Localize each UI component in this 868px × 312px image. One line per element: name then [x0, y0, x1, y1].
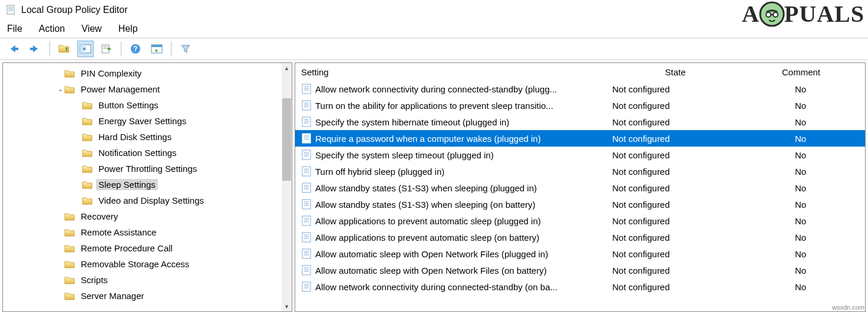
- tree-scrollbar[interactable]: ▲ ▼: [282, 63, 292, 311]
- tree-node[interactable]: ⌄Power Management: [3, 81, 282, 97]
- help-button[interactable]: ?: [127, 41, 144, 57]
- cell-state: Not configured: [612, 117, 736, 127]
- folder-icon: [64, 276, 75, 284]
- cell-comment: No: [736, 233, 865, 243]
- policy-row[interactable]: Turn on the ability for applications to …: [295, 97, 865, 114]
- scroll-down-icon[interactable]: ▼: [282, 301, 292, 311]
- policy-row[interactable]: Allow standby states (S1-S3) when sleepi…: [295, 196, 865, 213]
- folder-icon: [64, 85, 75, 94]
- cell-setting: Turn on the ability for applications to …: [315, 101, 612, 111]
- policy-row[interactable]: Allow network connectivity during connec…: [295, 278, 865, 295]
- show-hide-tree-button[interactable]: [77, 41, 94, 57]
- tree-node[interactable]: Recovery: [3, 208, 282, 224]
- svg-rect-10: [8, 8, 13, 9]
- scroll-up-icon[interactable]: ▲: [282, 63, 292, 73]
- policy-icon: [301, 232, 312, 243]
- export-button[interactable]: [98, 41, 115, 57]
- tree-node[interactable]: Server Manager: [3, 288, 282, 304]
- policy-row[interactable]: Specify the system sleep timeout (plugge…: [295, 147, 865, 163]
- tree-node[interactable]: Removable Storage Access: [3, 256, 282, 272]
- tree-view[interactable]: PIN Complexity⌄Power ManagementButton Se…: [3, 63, 282, 311]
- policy-row[interactable]: Allow applications to prevent automatic …: [295, 213, 865, 229]
- folder-icon: [82, 164, 93, 173]
- menu-help[interactable]: Help: [118, 24, 138, 34]
- policy-row[interactable]: Allow network connectivity during connec…: [295, 81, 865, 97]
- column-comment[interactable]: Comment: [737, 67, 865, 77]
- toolbar-separator: [49, 41, 50, 57]
- folder-icon: [64, 212, 75, 221]
- svg-rect-9: [8, 6, 13, 8]
- up-button[interactable]: [56, 41, 72, 57]
- cell-setting: Allow network connectivity during connec…: [315, 84, 612, 94]
- cell-state: Not configured: [612, 134, 736, 144]
- svg-point-22: [766, 12, 771, 17]
- folder-icon: [64, 228, 75, 237]
- menu-action[interactable]: Action: [39, 24, 65, 34]
- title-bar: Local Group Policy Editor: [0, 0, 868, 20]
- menu-file[interactable]: File: [7, 24, 22, 34]
- cell-setting: Allow automatic sleep with Open Network …: [315, 249, 612, 259]
- scroll-thumb[interactable]: [282, 98, 291, 181]
- policy-row[interactable]: Allow automatic sleep with Open Network …: [295, 262, 865, 278]
- back-button[interactable]: [6, 41, 22, 57]
- policy-row[interactable]: Allow applications to prevent automatic …: [295, 229, 865, 245]
- tree-node[interactable]: Hard Disk Settings: [3, 129, 282, 145]
- list-pane: Setting State Comment Allow network conn…: [295, 62, 866, 312]
- cell-comment: No: [736, 167, 865, 177]
- tree-node[interactable]: Notification Settings: [3, 145, 282, 161]
- tree-node[interactable]: Energy Saver Settings: [3, 113, 282, 129]
- column-state[interactable]: State: [613, 67, 737, 77]
- filter-options-button[interactable]: [148, 41, 165, 57]
- cell-state: Not configured: [612, 265, 736, 276]
- watermark-text: A: [742, 0, 760, 28]
- policy-icon: [301, 100, 312, 111]
- cell-state: Not configured: [612, 84, 736, 94]
- cell-comment: No: [736, 134, 865, 144]
- policy-row[interactable]: Allow standby states (S1-S3) when sleepi…: [295, 180, 865, 196]
- cell-comment: No: [736, 84, 865, 94]
- cell-setting: Allow automatic sleep with Open Network …: [315, 265, 612, 276]
- cell-setting: Turn off hybrid sleep (plugged in): [315, 167, 612, 177]
- tree-node[interactable]: PIN Complexity: [3, 65, 282, 81]
- policy-icon: [301, 84, 312, 94]
- column-setting[interactable]: Setting: [301, 67, 613, 77]
- svg-rect-11: [8, 10, 13, 11]
- tree-node[interactable]: Sleep Settings: [3, 177, 282, 192]
- policy-row[interactable]: Specify the system hibernate timeout (pl…: [295, 114, 865, 130]
- cell-state: Not configured: [612, 200, 736, 210]
- tree-node-label: Energy Saver Settings: [96, 115, 189, 127]
- cell-state: Not configured: [612, 233, 736, 243]
- menu-bar: File Action View Help: [0, 20, 868, 38]
- menu-view[interactable]: View: [81, 24, 101, 34]
- tree-node[interactable]: Button Settings: [3, 97, 282, 113]
- policy-row[interactable]: Allow automatic sleep with Open Network …: [295, 245, 865, 262]
- cell-comment: No: [736, 150, 865, 160]
- folder-icon: [82, 196, 93, 205]
- forward-button[interactable]: [27, 41, 44, 57]
- policy-icon: [301, 117, 312, 127]
- tree-node[interactable]: Power Throttling Settings: [3, 161, 282, 177]
- tree-node[interactable]: Remote Procedure Call: [3, 240, 282, 256]
- tree-node[interactable]: Video and Display Settings: [3, 192, 282, 208]
- cell-comment: No: [736, 200, 865, 210]
- tree-node-label: Removable Storage Access: [78, 258, 192, 270]
- policy-row[interactable]: Require a password when a computer wakes…: [295, 130, 865, 147]
- cell-setting: Allow standby states (S1-S3) when sleepi…: [315, 200, 612, 210]
- export-list-icon: [101, 44, 113, 54]
- cell-comment: No: [736, 216, 865, 226]
- console-tree-icon: [80, 44, 91, 54]
- tree-node-label: Hard Disk Settings: [96, 131, 174, 142]
- tree-node-label: PIN Complexity: [78, 68, 144, 79]
- policy-row[interactable]: Turn off hybrid sleep (plugged in)Not co…: [295, 163, 865, 180]
- folder-icon: [82, 101, 93, 109]
- policy-icon: [301, 248, 312, 259]
- folder-up-icon: [58, 44, 70, 54]
- svg-rect-20: [151, 45, 162, 47]
- filter-button[interactable]: [177, 41, 194, 57]
- toolbar-separator: [121, 41, 121, 57]
- tree-node-label: Sleep Settings: [96, 179, 158, 190]
- tree-node[interactable]: Remote Assistance: [3, 224, 282, 240]
- tree-node[interactable]: Scripts: [3, 272, 282, 288]
- twisty-icon[interactable]: ⌄: [56, 85, 64, 93]
- folder-icon: [82, 132, 93, 141]
